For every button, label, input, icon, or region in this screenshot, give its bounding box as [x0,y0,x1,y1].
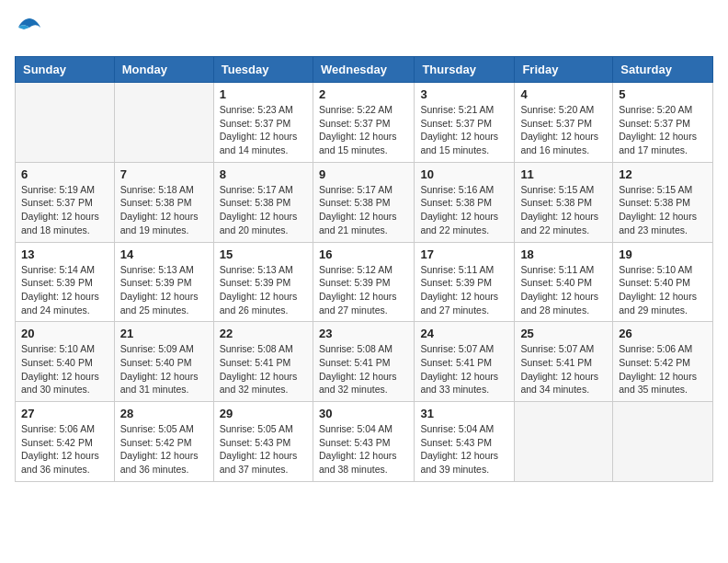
day-info: Sunrise: 5:16 AM Sunset: 5:38 PM Dayligh… [420,183,508,237]
calendar-cell [515,402,613,482]
day-number: 22 [220,327,307,340]
calendar-cell: 11Sunrise: 5:15 AM Sunset: 5:38 PM Dayli… [515,162,613,242]
day-number: 4 [520,87,607,101]
day-info: Sunrise: 5:17 AM Sunset: 5:38 PM Dayligh… [220,183,307,237]
day-number: 20 [21,327,108,340]
day-info: Sunrise: 5:04 AM Sunset: 5:43 PM Dayligh… [420,422,508,477]
day-number: 6 [21,167,108,181]
day-info: Sunrise: 5:22 AM Sunset: 5:37 PM Dayligh… [319,103,408,157]
day-number: 13 [21,247,108,261]
calendar-cell: 28Sunrise: 5:05 AM Sunset: 5:42 PM Dayli… [114,402,213,482]
day-number: 12 [619,167,707,181]
calendar-cell: 15Sunrise: 5:13 AM Sunset: 5:39 PM Dayli… [213,242,313,322]
calendar-cell: 3Sunrise: 5:21 AM Sunset: 5:37 PM Daylig… [415,83,515,163]
day-info: Sunrise: 5:15 AM Sunset: 5:38 PM Dayligh… [619,183,707,237]
calendar-cell: 31Sunrise: 5:04 AM Sunset: 5:43 PM Dayli… [415,402,515,482]
day-number: 28 [120,407,208,420]
day-number: 24 [420,327,508,340]
day-number: 9 [319,167,408,181]
calendar-cell: 16Sunrise: 5:12 AM Sunset: 5:39 PM Dayli… [313,242,414,322]
calendar-cell: 4Sunrise: 5:20 AM Sunset: 5:37 PM Daylig… [515,83,613,163]
day-number: 8 [220,167,307,181]
calendar-week-row: 13Sunrise: 5:14 AM Sunset: 5:39 PM Dayli… [16,242,713,322]
calendar-table: SundayMondayTuesdayWednesdayThursdayFrid… [15,56,713,482]
day-number: 19 [619,247,707,261]
day-number: 5 [619,87,707,101]
day-of-week-header: Tuesday [213,57,313,83]
day-info: Sunrise: 5:19 AM Sunset: 5:37 PM Dayligh… [21,183,108,237]
calendar-cell: 13Sunrise: 5:14 AM Sunset: 5:39 PM Dayli… [16,242,115,322]
logo [15,15,42,45]
day-number: 25 [520,327,607,340]
day-number: 17 [420,247,508,261]
calendar-cell: 7Sunrise: 5:18 AM Sunset: 5:38 PM Daylig… [114,162,213,242]
day-number: 10 [420,167,508,181]
day-info: Sunrise: 5:10 AM Sunset: 5:40 PM Dayligh… [619,263,707,317]
day-number: 7 [120,167,208,181]
day-of-week-header: Saturday [613,57,713,83]
day-info: Sunrise: 5:18 AM Sunset: 5:38 PM Dayligh… [120,183,208,237]
day-info: Sunrise: 5:23 AM Sunset: 5:37 PM Dayligh… [220,103,307,157]
calendar-cell: 21Sunrise: 5:09 AM Sunset: 5:40 PM Dayli… [114,322,213,402]
calendar-cell: 2Sunrise: 5:22 AM Sunset: 5:37 PM Daylig… [313,83,414,163]
calendar-cell: 5Sunrise: 5:20 AM Sunset: 5:37 PM Daylig… [613,83,713,163]
calendar-cell: 9Sunrise: 5:17 AM Sunset: 5:38 PM Daylig… [313,162,414,242]
day-number: 26 [619,327,707,340]
calendar-cell: 17Sunrise: 5:11 AM Sunset: 5:39 PM Dayli… [415,242,515,322]
day-number: 30 [319,407,408,420]
calendar-cell: 22Sunrise: 5:08 AM Sunset: 5:41 PM Dayli… [213,322,313,402]
logo-bird-icon [17,15,42,40]
day-of-week-header: Thursday [415,57,515,83]
page-header [15,15,713,45]
calendar-week-row: 6Sunrise: 5:19 AM Sunset: 5:37 PM Daylig… [16,162,713,242]
calendar-cell: 24Sunrise: 5:07 AM Sunset: 5:41 PM Dayli… [415,322,515,402]
calendar-cell [613,402,713,482]
day-info: Sunrise: 5:04 AM Sunset: 5:43 PM Dayligh… [319,422,408,477]
day-info: Sunrise: 5:13 AM Sunset: 5:39 PM Dayligh… [220,263,307,317]
calendar-week-row: 1Sunrise: 5:23 AM Sunset: 5:37 PM Daylig… [16,83,713,163]
day-info: Sunrise: 5:06 AM Sunset: 5:42 PM Dayligh… [21,422,108,477]
day-number: 29 [220,407,307,420]
day-number: 2 [319,87,408,101]
day-number: 16 [319,247,408,261]
calendar-cell: 19Sunrise: 5:10 AM Sunset: 5:40 PM Dayli… [613,242,713,322]
day-info: Sunrise: 5:21 AM Sunset: 5:37 PM Dayligh… [420,103,508,157]
day-info: Sunrise: 5:14 AM Sunset: 5:39 PM Dayligh… [21,263,108,317]
calendar-cell: 1Sunrise: 5:23 AM Sunset: 5:37 PM Daylig… [213,83,313,163]
day-info: Sunrise: 5:08 AM Sunset: 5:41 PM Dayligh… [220,342,307,396]
day-number: 14 [120,247,208,261]
calendar-cell [114,83,213,163]
logo-text [15,15,42,45]
calendar-cell: 23Sunrise: 5:08 AM Sunset: 5:41 PM Dayli… [313,322,414,402]
day-info: Sunrise: 5:11 AM Sunset: 5:39 PM Dayligh… [420,263,508,317]
calendar-cell: 27Sunrise: 5:06 AM Sunset: 5:42 PM Dayli… [16,402,115,482]
day-info: Sunrise: 5:05 AM Sunset: 5:42 PM Dayligh… [120,422,208,477]
day-info: Sunrise: 5:15 AM Sunset: 5:38 PM Dayligh… [520,183,607,237]
calendar-cell: 8Sunrise: 5:17 AM Sunset: 5:38 PM Daylig… [213,162,313,242]
day-number: 3 [420,87,508,101]
calendar-cell: 26Sunrise: 5:06 AM Sunset: 5:42 PM Dayli… [613,322,713,402]
day-info: Sunrise: 5:17 AM Sunset: 5:38 PM Dayligh… [319,183,408,237]
day-info: Sunrise: 5:10 AM Sunset: 5:40 PM Dayligh… [21,342,108,396]
day-info: Sunrise: 5:20 AM Sunset: 5:37 PM Dayligh… [520,103,607,157]
day-info: Sunrise: 5:06 AM Sunset: 5:42 PM Dayligh… [619,342,707,396]
calendar-cell: 30Sunrise: 5:04 AM Sunset: 5:43 PM Dayli… [313,402,414,482]
calendar-cell: 10Sunrise: 5:16 AM Sunset: 5:38 PM Dayli… [415,162,515,242]
day-number: 31 [420,407,508,420]
day-of-week-header: Friday [515,57,613,83]
calendar-cell: 20Sunrise: 5:10 AM Sunset: 5:40 PM Dayli… [16,322,115,402]
day-info: Sunrise: 5:07 AM Sunset: 5:41 PM Dayligh… [420,342,508,396]
day-info: Sunrise: 5:12 AM Sunset: 5:39 PM Dayligh… [319,263,408,317]
calendar-cell: 29Sunrise: 5:05 AM Sunset: 5:43 PM Dayli… [213,402,313,482]
day-info: Sunrise: 5:08 AM Sunset: 5:41 PM Dayligh… [319,342,408,396]
day-number: 15 [220,247,307,261]
day-info: Sunrise: 5:11 AM Sunset: 5:40 PM Dayligh… [520,263,607,317]
day-info: Sunrise: 5:07 AM Sunset: 5:41 PM Dayligh… [520,342,607,396]
day-number: 11 [520,167,607,181]
day-of-week-header: Sunday [16,57,115,83]
day-number: 23 [319,327,408,340]
day-info: Sunrise: 5:09 AM Sunset: 5:40 PM Dayligh… [120,342,208,396]
day-info: Sunrise: 5:05 AM Sunset: 5:43 PM Dayligh… [220,422,307,477]
day-of-week-header: Monday [114,57,213,83]
day-of-week-header: Wednesday [313,57,414,83]
